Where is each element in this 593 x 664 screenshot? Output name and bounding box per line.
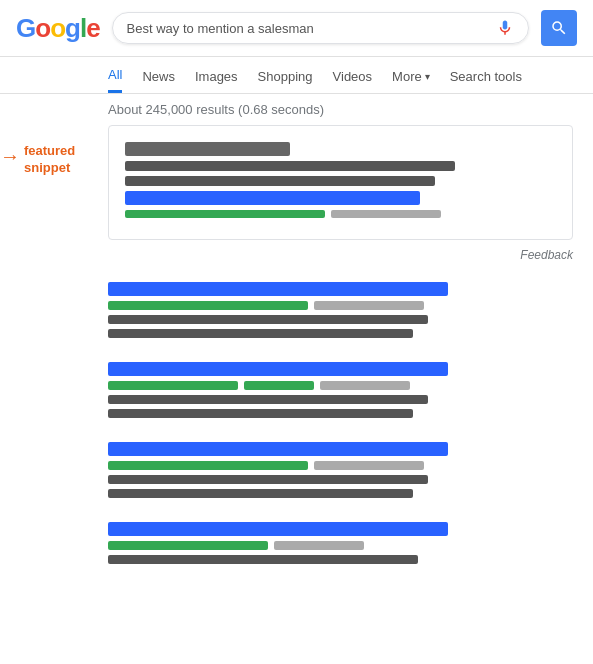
result-4-text-row-1 bbox=[108, 555, 573, 564]
snippet-link-bar[interactable] bbox=[125, 191, 420, 205]
result-4-text-bar-1 bbox=[108, 555, 418, 564]
header: Google Best way to mention a salesman bbox=[0, 0, 593, 57]
snippet-text-bar-1 bbox=[125, 161, 455, 171]
search-input[interactable]: Best way to mention a salesman bbox=[127, 21, 488, 36]
result-block-2 bbox=[108, 362, 573, 418]
result-2-meta-green-2 bbox=[244, 381, 314, 390]
result-1-meta-row bbox=[108, 301, 573, 310]
result-3-meta-row bbox=[108, 461, 573, 470]
result-1-text-row-1 bbox=[108, 315, 573, 324]
annotation-label: featuredsnippet bbox=[24, 143, 75, 177]
result-1-meta-gray bbox=[314, 301, 424, 310]
tab-more[interactable]: More ▾ bbox=[392, 59, 430, 92]
search-icons bbox=[496, 19, 514, 37]
featured-snippet-annotation: → featuredsnippet bbox=[0, 143, 75, 177]
tab-search-tools[interactable]: Search tools bbox=[450, 59, 522, 92]
result-3-meta-green bbox=[108, 461, 308, 470]
result-3-title-row[interactable] bbox=[108, 442, 573, 456]
result-block-3 bbox=[108, 442, 573, 498]
snippet-meta-gray bbox=[331, 210, 441, 218]
result-4-meta-green bbox=[108, 541, 268, 550]
result-2-text-bar-2 bbox=[108, 409, 413, 418]
result-1-text-row-2 bbox=[108, 329, 573, 338]
feedback-link[interactable]: Feedback bbox=[108, 248, 573, 262]
snippet-link-row[interactable] bbox=[125, 191, 556, 205]
result-2-meta-row bbox=[108, 381, 573, 390]
result-3-text-row-2 bbox=[108, 489, 573, 498]
nav-tabs: All News Images Shopping Videos More ▾ S… bbox=[0, 57, 593, 94]
result-1-title-bar[interactable] bbox=[108, 282, 448, 296]
result-block-4 bbox=[108, 522, 573, 564]
snippet-text-row-1 bbox=[125, 161, 556, 171]
result-4-title-row[interactable] bbox=[108, 522, 573, 536]
result-2-text-row-1 bbox=[108, 395, 573, 404]
search-bar[interactable]: Best way to mention a salesman bbox=[112, 12, 529, 44]
result-1-text-bar-2 bbox=[108, 329, 413, 338]
snippet-meta-green bbox=[125, 210, 325, 218]
result-block-1 bbox=[108, 282, 573, 338]
result-3-text-bar-2 bbox=[108, 489, 413, 498]
result-4-meta-gray bbox=[274, 541, 364, 550]
snippet-title-row bbox=[125, 142, 556, 156]
tab-news[interactable]: News bbox=[142, 59, 175, 92]
snippet-title-bar bbox=[125, 142, 290, 156]
arrow-icon: → bbox=[0, 145, 20, 168]
tab-all[interactable]: All bbox=[108, 57, 122, 93]
result-2-text-bar-1 bbox=[108, 395, 428, 404]
result-2-meta-green-1 bbox=[108, 381, 238, 390]
snippet-text-bar-2 bbox=[125, 176, 435, 186]
result-3-text-bar-1 bbox=[108, 475, 428, 484]
result-2-title-row[interactable] bbox=[108, 362, 573, 376]
result-2-text-row-2 bbox=[108, 409, 573, 418]
search-button[interactable] bbox=[541, 10, 577, 46]
result-3-text-row-1 bbox=[108, 475, 573, 484]
google-logo: Google bbox=[16, 13, 100, 44]
main-content: → featuredsnippet Feedback bbox=[0, 125, 593, 564]
tab-videos[interactable]: Videos bbox=[333, 59, 373, 92]
result-1-text-bar-1 bbox=[108, 315, 428, 324]
results-meta: About 245,000 results (0.68 seconds) bbox=[0, 94, 593, 125]
result-4-title-bar[interactable] bbox=[108, 522, 448, 536]
tab-shopping[interactable]: Shopping bbox=[258, 59, 313, 92]
result-3-meta-gray bbox=[314, 461, 424, 470]
result-1-meta-green bbox=[108, 301, 308, 310]
snippet-meta-row bbox=[125, 210, 556, 218]
result-2-meta-gray bbox=[320, 381, 410, 390]
microphone-icon[interactable] bbox=[496, 19, 514, 37]
result-2-title-bar[interactable] bbox=[108, 362, 448, 376]
result-3-title-bar[interactable] bbox=[108, 442, 448, 456]
result-4-meta-row bbox=[108, 541, 573, 550]
snippet-text-row-2 bbox=[125, 176, 556, 186]
featured-snippet-box bbox=[108, 125, 573, 240]
result-1-title-row[interactable] bbox=[108, 282, 573, 296]
tab-images[interactable]: Images bbox=[195, 59, 238, 92]
